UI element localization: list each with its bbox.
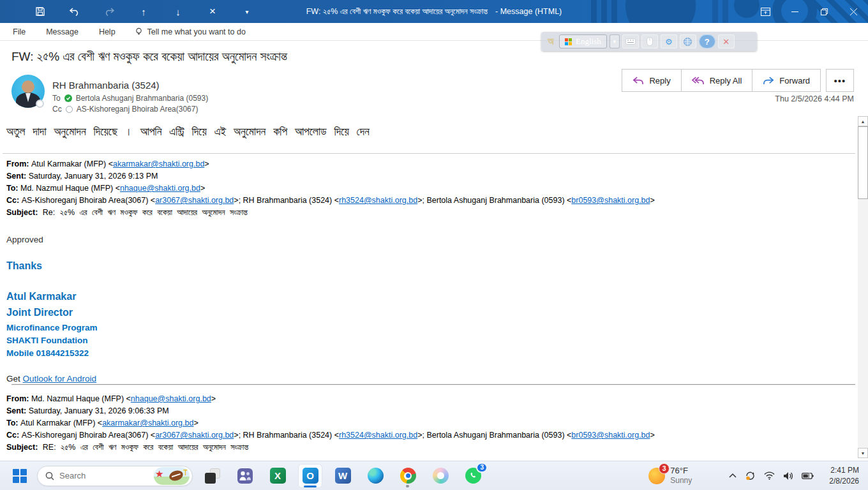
outlook-icon: O (303, 468, 318, 484)
forward-icon (763, 77, 774, 85)
quoted-separator (3, 153, 855, 154)
language-web-icon[interactable] (680, 34, 696, 48)
taskbar-search[interactable]: ★ ⟙ (37, 466, 193, 486)
taskbar-app-word[interactable]: W (331, 464, 355, 488)
wifi-icon[interactable] (764, 471, 775, 480)
language-dropdown-icon[interactable]: ▾ (610, 34, 620, 48)
body-text-line: অতুল দাদা অনুমোদন দিয়েছে । আপনি এন্ট্রি… (6, 125, 370, 138)
mouse-tools-icon[interactable] (641, 34, 658, 48)
email-link[interactable]: br0593@shakti.org.bd (571, 431, 650, 440)
volume-icon[interactable] (783, 471, 793, 480)
previous-item-icon[interactable]: ↑ (137, 4, 151, 19)
teams-icon (237, 468, 253, 484)
email-link[interactable]: nhaque@shakti.org.bd (131, 394, 211, 403)
search-highlight-image[interactable]: ★ ⟙ (154, 467, 190, 485)
goalpost-icon: ⟙ (183, 468, 188, 477)
signature-org-line: Microfinance Program (6, 323, 98, 332)
taskbar-app-excel[interactable]: X (266, 464, 290, 488)
quoted-to-line: To: Atul Karmakar (MFP) <akarmakar@shakt… (6, 417, 855, 429)
recipient-available-icon (64, 94, 72, 102)
avro-icon[interactable]: অ (545, 36, 557, 47)
more-actions-button[interactable]: ••• (826, 69, 854, 92)
quoted-sent-line: Sent: Saturday, January 31, 2026 9:06:33… (6, 405, 855, 417)
email-link[interactable]: ar3067@shakti.org.bd (155, 196, 234, 205)
save-icon[interactable] (33, 4, 47, 19)
language-label: English (576, 36, 601, 47)
language-selector[interactable]: English (559, 34, 607, 48)
email-link[interactable]: akarmakar@shakti.org.bd (113, 160, 204, 168)
quick-access-toolbar: ↑ ↓ × ▾ (33, 0, 254, 23)
clock-time: 2:41 PM (829, 465, 859, 476)
quoted-subject-line: Subject: RE: ২৫% এর বেশী ঋণ মওকুফ করে বক… (6, 442, 855, 454)
language-help-icon[interactable]: ? (699, 34, 715, 48)
taskbar: ★ ⟙ X O W (0, 461, 868, 490)
close-button[interactable] (839, 0, 868, 23)
quoted-email-1-header: From: Atul Karmakar (MFP) <akarmakar@sha… (6, 158, 855, 219)
redo-icon[interactable] (102, 4, 116, 19)
titlebar: ↑ ↓ × ▾ FW: ২৫% এর বেশী ঋণ মওকুফ করে বকে… (0, 0, 868, 23)
to-recipient[interactable]: Bertola Ashuganj Brahmanbaria (0593) (76, 94, 208, 103)
get-outlook-line: Get Outlook for Android (6, 374, 96, 383)
windows-logo-icon (13, 469, 27, 483)
weather-temp: 76°F (670, 466, 692, 476)
taskbar-app-outlook[interactable]: O (298, 464, 322, 488)
undo-icon[interactable] (68, 4, 82, 19)
restore-button[interactable] (809, 0, 839, 23)
quoted-from-line: From: Md. Nazmul Haque (MFP) <nhaque@sha… (6, 393, 855, 405)
hidden-icons-chevron[interactable] (729, 473, 737, 478)
quoted-from-line: From: Atul Karmakar (MFP) <akarmakar@sha… (6, 158, 855, 170)
taskbar-app-whatsapp[interactable]: 3 (461, 464, 485, 488)
taskbar-app-edge[interactable] (363, 464, 387, 488)
tab-file[interactable]: File (0, 23, 36, 41)
email-link[interactable]: rh3524@shakti.org.bd (339, 431, 417, 440)
minimize-button[interactable] (780, 0, 809, 23)
battery-icon[interactable] (802, 472, 814, 480)
email-link[interactable]: akarmakar@shakti.org.bd (102, 419, 193, 427)
email-link[interactable]: nhaque@shakti.org.bd (120, 184, 200, 193)
tell-me-label: Tell me what you want to do (147, 27, 246, 36)
tab-help[interactable]: Help (89, 23, 126, 41)
taskbar-app-teams[interactable] (233, 464, 257, 488)
quoted-separator-2 (11, 384, 855, 385)
copilot-icon (433, 468, 449, 484)
customize-qat-icon[interactable]: ▾ (240, 4, 254, 19)
weather-widget[interactable]: 3 76°F Sunny (648, 466, 692, 486)
clock-date: 2/8/2026 (829, 476, 859, 487)
search-input[interactable] (59, 471, 149, 480)
reply-button[interactable]: Reply (622, 70, 680, 91)
email-link[interactable]: br0593@shakti.org.bd (571, 196, 650, 205)
start-button[interactable] (9, 465, 31, 487)
message-actions: Reply Reply All Forward ••• (622, 69, 854, 92)
word-icon: W (335, 468, 351, 484)
scroll-up-icon[interactable]: ▲ (858, 116, 868, 126)
taskbar-clock[interactable]: 2:41 PM 2/8/2026 (829, 465, 859, 487)
email-link[interactable]: rh3524@shakti.org.bd (339, 196, 417, 205)
cc-recipient[interactable]: AS-Kishoreganj Bhoirab Area(3067) (77, 105, 198, 114)
ribbon-display-options-icon[interactable] (751, 0, 780, 23)
reply-all-button[interactable]: Reply All (681, 70, 752, 91)
language-bar-close-icon[interactable]: ✕ (718, 34, 735, 48)
sender-name[interactable]: RH Brahmanbaria (3524) (52, 80, 160, 91)
taskbar-app-copilot[interactable] (428, 464, 453, 488)
keyboard-layout-icon[interactable] (622, 34, 639, 48)
scroll-down-icon[interactable]: ▼ (858, 448, 868, 458)
delete-icon[interactable]: × (206, 4, 220, 19)
settings-gear-icon[interactable]: ⚙ (661, 34, 677, 48)
next-item-icon[interactable]: ↓ (171, 4, 185, 19)
reply-all-icon (692, 77, 705, 85)
tab-message[interactable]: Message (36, 23, 89, 41)
cc-label: Cc (52, 105, 62, 114)
scrollbar-thumb[interactable] (858, 126, 868, 199)
recipient-unknown-icon (66, 106, 73, 113)
quoted-cc-line: Cc: AS-Kishoreganj Bhoirab Area(3067) <a… (6, 429, 855, 442)
forward-button[interactable]: Forward (752, 70, 820, 91)
outlook-for-android-link[interactable]: Outlook for Android (23, 374, 97, 383)
taskbar-app-chrome[interactable] (396, 464, 420, 488)
vertical-scrollbar[interactable]: ▲ ▼ (858, 116, 868, 458)
sender-presence-icon (36, 100, 44, 108)
message-body[interactable]: অতুল দাদা অনুমোদন দিয়েছে । আপনি এন্ট্রি… (0, 115, 858, 458)
tell-me-box[interactable]: Tell me what you want to do (126, 27, 255, 36)
taskbar-app-desktops[interactable] (200, 464, 225, 488)
email-link[interactable]: ar3067@shakti.org.bd (155, 431, 234, 440)
sync-status-icon[interactable] (745, 471, 756, 480)
